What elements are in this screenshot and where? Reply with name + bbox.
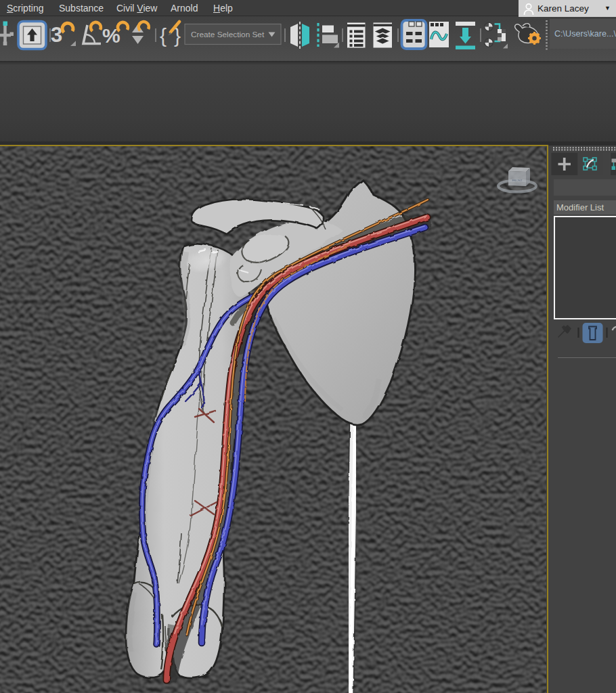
svg-text:3: 3 xyxy=(51,23,62,47)
svg-text:{: { xyxy=(160,24,167,47)
svg-text:C:\Users\kare...\3: C:\Users\kare...\3 xyxy=(554,29,616,39)
svg-text:FRONT: FRONT xyxy=(512,179,522,182)
svg-text:Create Selection Set: Create Selection Set xyxy=(191,30,265,39)
